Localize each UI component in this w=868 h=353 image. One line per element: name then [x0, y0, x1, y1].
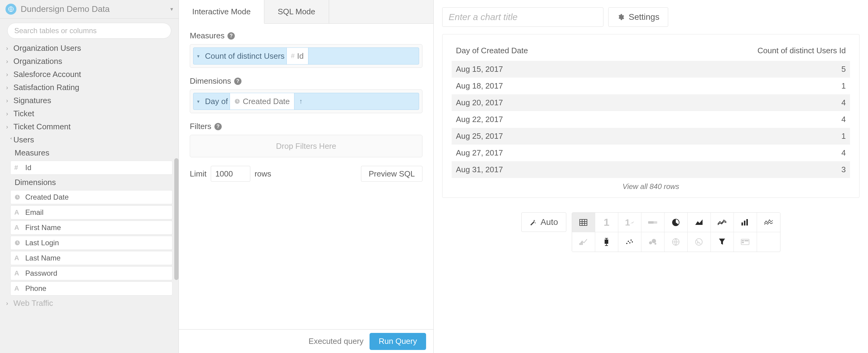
dimension-pill[interactable]: ▾ Day of Created Date ↑ — [193, 93, 419, 110]
tree-item[interactable]: ›Salesforce Account — [0, 68, 179, 81]
tree-item[interactable]: ›Signatures — [0, 94, 179, 107]
tab-interactive[interactable]: Interactive Mode — [179, 0, 264, 24]
svg-rect-13 — [746, 219, 748, 226]
text-icon: A — [14, 224, 23, 232]
table-row[interactable]: Aug 27, 20174 — [452, 145, 850, 161]
svg-rect-32 — [742, 240, 744, 241]
svg-point-22 — [628, 241, 629, 242]
field-label: Created Date — [25, 193, 69, 202]
table-row[interactable]: Aug 18, 20171 — [452, 78, 850, 94]
chart-type-line[interactable] — [711, 213, 734, 232]
measure-pill[interactable]: ▾ Count of distinct Users # Id — [193, 48, 419, 64]
rows-label: rows — [254, 169, 271, 179]
preview-sql-button[interactable]: Preview SQL — [361, 166, 423, 182]
tree-item[interactable]: ˅Users — [0, 133, 179, 146]
tab-sql[interactable]: SQL Mode — [264, 0, 329, 23]
measures-header: Measures — [0, 146, 179, 159]
field-chip-dimension[interactable]: AEmail — [10, 205, 173, 219]
filters-dropzone[interactable]: Drop Filters Here — [190, 135, 423, 157]
dimension-pill-text: Day of — [203, 97, 229, 106]
settings-button[interactable]: Settings — [608, 7, 668, 27]
query-builder-panel: Interactive Mode SQL Mode Measures ? ▾ C… — [179, 0, 434, 353]
search-input[interactable] — [7, 23, 171, 39]
chart-type-pie[interactable] — [664, 213, 688, 232]
data-table-card: Day of Created DateCount of distinct Use… — [442, 34, 860, 198]
limit-input[interactable] — [211, 166, 250, 182]
dimensions-dropzone[interactable]: ▾ Day of Created Date ↑ — [190, 89, 423, 113]
chart-type-funnel[interactable] — [711, 232, 734, 252]
chart-type-combo[interactable] — [757, 213, 780, 232]
tree-item[interactable]: ›Ticket — [0, 107, 179, 120]
field-label: Phone — [25, 284, 46, 293]
chart-type-trend[interactable] — [572, 232, 595, 252]
dimensions-header: Dimensions — [0, 176, 179, 189]
chart-type-big-number[interactable]: 1 — [595, 213, 618, 232]
chart-title-input[interactable] — [442, 7, 603, 27]
chart-type-bubble[interactable] — [642, 232, 664, 252]
chart-type-progress[interactable] — [642, 213, 664, 232]
svg-rect-4 — [580, 219, 587, 226]
help-icon[interactable]: ? — [234, 78, 242, 85]
tree-item[interactable]: ›Organization Users — [0, 42, 179, 55]
column-header[interactable]: Count of distinct Users Id — [632, 43, 850, 61]
table-row[interactable]: Aug 15, 20175 — [452, 61, 850, 78]
help-icon[interactable]: ? — [214, 123, 222, 130]
sort-asc-icon[interactable]: ↑ — [294, 97, 308, 105]
table-row[interactable]: Aug 25, 20171 — [452, 128, 850, 145]
field-label: Last Login — [25, 239, 59, 247]
chart-type-area[interactable] — [688, 213, 711, 232]
measure-pill-text: Count of distinct Users — [203, 52, 286, 61]
chart-type-boxplot[interactable] — [595, 232, 618, 252]
chart-type-world-map[interactable] — [664, 232, 688, 252]
chart-type-bar[interactable] — [734, 213, 757, 232]
table-cell: Aug 15, 2017 — [452, 61, 632, 78]
svg-point-28 — [654, 243, 656, 245]
chevron-icon: › — [6, 84, 12, 91]
field-chip-dimension[interactable]: APassword — [10, 266, 173, 280]
chevron-icon: › — [6, 45, 12, 52]
auto-chart-button[interactable]: Auto — [521, 212, 566, 232]
chart-type-region-map[interactable] — [688, 232, 711, 252]
field-chip-dimension[interactable]: APhone — [10, 282, 173, 295]
table-cell: 4 — [632, 111, 850, 128]
field-chip-dimension[interactable]: ALast Name — [10, 251, 173, 265]
chevron-icon: ˅ — [5, 137, 13, 143]
table-row[interactable]: Aug 31, 20173 — [452, 161, 850, 178]
chart-type-big-number-trend[interactable]: 1 — [618, 213, 642, 232]
field-chip-dimension[interactable]: Created Date — [10, 190, 173, 204]
number-icon: # — [14, 164, 23, 172]
chart-type-scatter[interactable] — [618, 232, 642, 252]
text-icon: A — [14, 254, 23, 262]
limit-label: Limit — [190, 169, 207, 179]
svg-point-25 — [632, 241, 633, 242]
field-chip-dimension[interactable]: AFirst Name — [10, 220, 173, 235]
text-icon: A — [14, 285, 23, 292]
clock-icon — [14, 240, 23, 246]
chart-type-table[interactable] — [572, 213, 595, 232]
table-row[interactable]: Aug 20, 20174 — [452, 94, 850, 111]
tree-item[interactable]: ›Organizations — [0, 55, 179, 68]
help-icon[interactable]: ? — [227, 32, 235, 39]
tree-item-label: Satisfaction Rating — [13, 83, 80, 92]
run-query-button[interactable]: Run Query — [370, 333, 426, 350]
chevron-down-icon: ▾ — [170, 6, 173, 12]
view-all-link[interactable]: View all 840 rows — [452, 178, 850, 192]
chart-type-pivot[interactable] — [734, 232, 757, 252]
tree-item-label: Web Traffic — [13, 298, 53, 308]
datasource-title: Dundersign Demo Data — [21, 4, 170, 14]
field-chip-measure[interactable]: #Id — [10, 161, 173, 175]
scrollbar[interactable] — [174, 158, 179, 280]
field-chip-dimension[interactable]: Last Login — [10, 236, 173, 250]
datasource-selector[interactable]: Dundersign Demo Data ▾ — [0, 0, 179, 19]
column-header[interactable]: Day of Created Date — [452, 43, 632, 61]
svg-point-23 — [629, 242, 630, 243]
svg-rect-12 — [744, 220, 745, 226]
tree-item[interactable]: ›Web Traffic — [0, 297, 179, 310]
tree-item[interactable]: ›Satisfaction Rating — [0, 81, 179, 94]
measures-dropzone[interactable]: ▾ Count of distinct Users # Id — [190, 44, 423, 68]
table-cell: 5 — [632, 61, 850, 78]
dimensions-label: Dimensions ? — [190, 77, 423, 86]
table-cell: Aug 25, 2017 — [452, 128, 632, 145]
table-row[interactable]: Aug 22, 20174 — [452, 111, 850, 128]
tree-item[interactable]: ›Ticket Comment — [0, 120, 179, 133]
